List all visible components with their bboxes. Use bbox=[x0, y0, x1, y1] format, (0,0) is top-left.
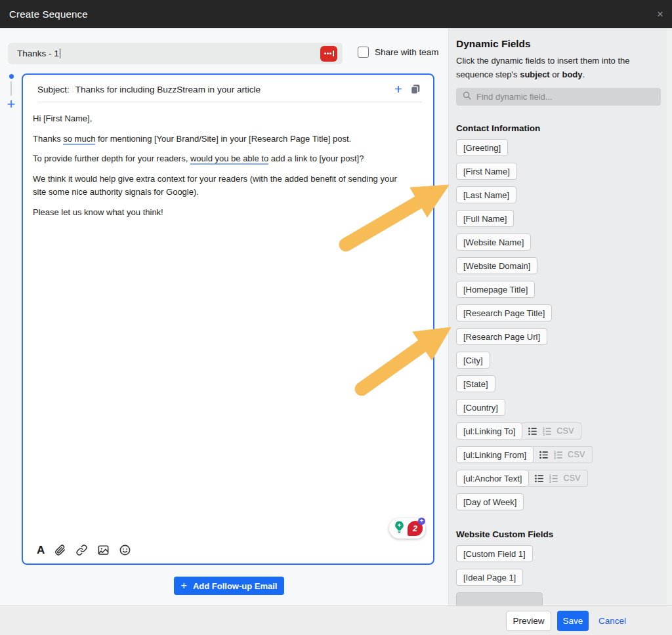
numbered-list-icon[interactable]: 123 bbox=[553, 450, 563, 460]
section-title-website-custom-fields: Website Custom Fields bbox=[456, 529, 660, 539]
assistant-count: 2 bbox=[413, 524, 417, 533]
assistant-count-badge[interactable]: 2 + bbox=[408, 521, 423, 536]
dynamic-field-button[interactable]: [Website Domain] bbox=[456, 257, 537, 274]
sequence-name-input[interactable]: Thanks - 1 bbox=[8, 43, 343, 64]
dynamic-field-button[interactable]: [Ideal Page 1] bbox=[456, 569, 523, 586]
dynamic-field-button[interactable]: [First Name] bbox=[456, 163, 517, 180]
close-icon[interactable]: × bbox=[657, 0, 663, 28]
bullet-list-icon[interactable] bbox=[534, 474, 544, 483]
modal-footer: Preview Save Cancel bbox=[0, 605, 672, 635]
dynamic-field-button[interactable]: [ul:Anchor Text] bbox=[456, 470, 529, 487]
dynamic-fields-description: Click the dynamic fields to insert them … bbox=[456, 54, 654, 81]
dynamic-field-button[interactable]: [Day of Week] bbox=[456, 493, 524, 510]
sequence-name-value: Thanks - 1 bbox=[17, 49, 59, 58]
cancel-button[interactable]: Cancel bbox=[595, 611, 630, 631]
svg-text:3: 3 bbox=[543, 432, 545, 436]
csv-option[interactable]: CSV bbox=[568, 450, 585, 459]
share-with-team: Share with team bbox=[358, 47, 439, 58]
email-editor[interactable]: Subject: Thanks for including BuzzStream… bbox=[22, 73, 434, 565]
dynamic-field-button[interactable]: [Greeting] bbox=[456, 139, 508, 156]
search-input[interactable] bbox=[476, 92, 655, 102]
dynamic-field-button[interactable]: [ul:Linking From] bbox=[456, 446, 534, 463]
csv-option[interactable]: CSV bbox=[563, 474, 581, 483]
add-followup-email-button[interactable]: + Add Follow-up Email bbox=[174, 577, 284, 595]
writing-assistant-widget[interactable]: 2 + bbox=[389, 518, 425, 539]
bullet-list-icon[interactable] bbox=[539, 450, 549, 460]
bullet-list-icon[interactable] bbox=[528, 426, 537, 436]
website-custom-fields: [Custom Field 1][Ideal Page 1] bbox=[456, 545, 660, 605]
dynamic-field-search[interactable] bbox=[456, 88, 661, 106]
dynamic-field-compound: [ul:Anchor Text]123CSV bbox=[456, 470, 588, 487]
image-icon[interactable] bbox=[97, 544, 110, 556]
add-followup-email-label: Add Follow-up Email bbox=[193, 581, 278, 591]
dynamic-field-button[interactable]: [Custom Field 1] bbox=[456, 545, 533, 562]
email-body-paragraph: To provide further depth for your reader… bbox=[33, 152, 410, 166]
lightbulb-icon[interactable] bbox=[392, 520, 406, 537]
svg-text:3: 3 bbox=[554, 455, 556, 459]
step-indicator-dot bbox=[9, 74, 14, 79]
dynamic-field-button-partial[interactable] bbox=[456, 592, 543, 605]
dynamic-fields-title: Dynamic Fields bbox=[456, 38, 660, 50]
subject-row: Subject: Thanks for including BuzzStream… bbox=[23, 75, 433, 102]
plus-icon: + bbox=[181, 581, 187, 590]
dynamic-field-button[interactable]: [Homepage Title] bbox=[456, 281, 535, 298]
csv-option[interactable]: CSV bbox=[556, 426, 574, 436]
section-contact-information: Contact Information [Greeting][First Nam… bbox=[456, 123, 660, 510]
contact-information-fields: [Greeting][First Name][Last Name][Full N… bbox=[456, 139, 660, 510]
subject-input[interactable]: Thanks for including BuzzStream in your … bbox=[75, 85, 261, 94]
step-rail-line bbox=[10, 81, 12, 96]
sequence-editor-pane: Thanks - 1 Share with team + Subject: Th… bbox=[0, 28, 448, 605]
numbered-list-icon[interactable]: 123 bbox=[542, 426, 552, 436]
search-icon bbox=[462, 91, 472, 103]
dynamic-field-button[interactable]: [Research Page Url] bbox=[456, 328, 547, 345]
emoji-icon[interactable] bbox=[119, 544, 131, 556]
subject-label: Subject: bbox=[37, 85, 70, 94]
dynamic-field-button[interactable]: [ul:Linking To] bbox=[456, 422, 522, 440]
assistant-plus-icon: + bbox=[418, 518, 425, 525]
text-expander-icon[interactable] bbox=[320, 46, 337, 62]
share-with-team-checkbox[interactable] bbox=[358, 47, 369, 58]
scrollbar-gutter[interactable] bbox=[667, 28, 672, 605]
copy-icon[interactable] bbox=[410, 83, 421, 95]
dynamic-field-button[interactable]: [State] bbox=[456, 375, 495, 392]
add-step-icon[interactable]: + bbox=[7, 98, 16, 110]
format-text-icon[interactable]: A bbox=[37, 544, 45, 556]
email-body-paragraph: Hi [First Name], bbox=[33, 112, 410, 126]
editor-toolbar: A bbox=[37, 544, 131, 556]
modal-header: Create Sequence × bbox=[0, 0, 672, 28]
field-format-options: 123CSV bbox=[533, 446, 593, 463]
dynamic-field-button[interactable]: [City] bbox=[456, 352, 490, 369]
email-body-paragraph: Thanks so much for mentioning [Your Bran… bbox=[33, 133, 410, 146]
link-icon[interactable] bbox=[75, 544, 88, 556]
dynamic-field-button[interactable]: [Last Name] bbox=[456, 186, 516, 203]
section-website-custom-fields: Website Custom Fields [Custom Field 1][I… bbox=[456, 529, 660, 605]
dynamic-field-button[interactable]: [Website Name] bbox=[456, 234, 531, 251]
preview-button[interactable]: Preview bbox=[506, 611, 551, 631]
share-with-team-label: Share with team bbox=[375, 47, 439, 57]
field-format-options: 123CSV bbox=[522, 422, 581, 440]
dynamic-field-button[interactable]: [Research Page Title] bbox=[456, 304, 552, 321]
email-body-paragraph: We think it would help give extra contex… bbox=[33, 173, 410, 199]
email-body-paragraph: Please let us know what you think! bbox=[33, 206, 410, 220]
attachment-icon[interactable] bbox=[54, 544, 66, 556]
dynamic-field-button[interactable]: [Country] bbox=[456, 399, 505, 416]
dynamic-fields-panel: Dynamic Fields Click the dynamic fields … bbox=[448, 28, 672, 605]
modal-title: Create Sequence bbox=[9, 0, 88, 28]
text-caret bbox=[60, 49, 60, 58]
insert-dynamic-field-icon[interactable]: + bbox=[394, 83, 402, 95]
dynamic-field-compound: [ul:Linking To]123CSV bbox=[456, 422, 581, 440]
email-body[interactable]: Hi [First Name],Thanks so much for menti… bbox=[23, 102, 422, 219]
dynamic-field-compound: [ul:Linking From]123CSV bbox=[456, 446, 593, 463]
sequence-step-rail: + bbox=[7, 74, 16, 110]
numbered-list-icon[interactable]: 123 bbox=[549, 474, 558, 483]
svg-text:3: 3 bbox=[549, 479, 551, 483]
section-title-contact-information: Contact Information bbox=[456, 123, 660, 133]
save-button[interactable]: Save bbox=[557, 611, 589, 631]
field-format-options: 123CSV bbox=[528, 470, 588, 487]
dynamic-field-button[interactable]: [Full Name] bbox=[456, 210, 514, 227]
